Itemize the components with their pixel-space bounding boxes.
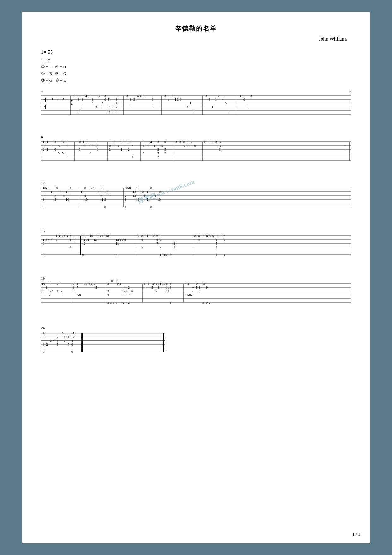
svg-text:9: 9 [206, 286, 208, 289]
svg-text:7: 7 [49, 293, 50, 297]
svg-text:3-7: 3-7 [50, 339, 54, 342]
svg-text:2: 2 [116, 102, 117, 105]
svg-text:0: 0 [150, 205, 152, 209]
svg-text:8: 8 [166, 282, 168, 285]
svg-text:3: 3 [79, 148, 81, 151]
svg-text:8: 8 [156, 238, 158, 241]
svg-text:11-10-8-7: 11-10-8-7 [160, 253, 172, 257]
svg-text:3: 3 [92, 98, 93, 101]
svg-text:10: 10 [166, 290, 169, 293]
svg-text:3: 3 [108, 109, 110, 113]
svg-text:8: 8 [220, 234, 221, 238]
svg-text:12: 12 [71, 335, 75, 339]
svg-text:5: 5 [78, 109, 79, 113]
svg-text:0-3: 0-3 [117, 282, 121, 285]
svg-text:3: 3 [104, 94, 106, 97]
svg-text:11: 11 [86, 238, 89, 241]
tab-row-2: 6 1 0 2 1 1 3 3 0 5 3 3 5 3 2 6 3 [41, 135, 351, 167]
measure-num-15: 15 [41, 229, 45, 233]
svg-text:3: 3 [250, 94, 252, 97]
svg-text:3: 3 [43, 335, 44, 339]
svg-text:3: 3 [62, 140, 64, 144]
svg-text:8: 8 [73, 286, 74, 289]
svg-text:8: 8 [84, 194, 86, 197]
svg-text:1: 1 [212, 105, 213, 109]
svg-text:3: 3 [219, 140, 221, 144]
svg-text:8: 8 [84, 186, 86, 190]
svg-text:11: 11 [116, 242, 119, 245]
svg-text:10: 10 [100, 186, 103, 190]
svg-text:2: 2 [187, 105, 188, 109]
svg-text:9: 9 [224, 253, 225, 257]
svg-text:8: 8 [57, 290, 58, 293]
svg-text:8: 8 [174, 246, 175, 249]
svg-text:0: 0 [192, 286, 194, 289]
svg-text:3: 3 [82, 98, 83, 101]
svg-point-14 [71, 103, 73, 105]
svg-text:2: 2 [128, 293, 130, 297]
svg-text:3: 3 [97, 140, 98, 144]
svg-text:11-10: 11-10 [158, 282, 165, 285]
svg-text:0: 0 [61, 293, 62, 297]
svg-text:10-8: 10-8 [151, 282, 157, 285]
svg-text:3-3-0-1: 3-3-0-1 [107, 301, 117, 304]
svg-text:3: 3 [58, 152, 60, 155]
measure-num-12: 12 [41, 181, 45, 185]
svg-text:3: 3 [90, 144, 91, 147]
svg-text:11: 11 [96, 190, 100, 194]
svg-text:6: 6 [64, 339, 66, 342]
svg-text:0: 0 [216, 253, 217, 257]
measure-num-1: 1 [41, 89, 43, 92]
svg-text:7: 7 [61, 290, 62, 293]
svg-text:0: 0 [152, 98, 153, 101]
svg-text:0: 0 [143, 144, 144, 147]
svg-text:3: 3 [107, 282, 109, 285]
svg-text:1: 1 [113, 140, 115, 144]
svg-text:3: 3 [179, 140, 181, 144]
svg-text:5: 5 [94, 144, 95, 147]
tempo-tuning: ♩= 55 1 = C ① = E ④ = D ② = B ⑤ = G ③ = … [41, 48, 351, 84]
svg-text:8: 8 [100, 194, 102, 197]
svg-text:3: 3 [219, 144, 221, 147]
svg-text:1: 1 [143, 140, 144, 144]
svg-text:1: 1 [211, 140, 213, 144]
svg-text:7: 7 [160, 246, 161, 249]
svg-text:7: 7 [109, 194, 110, 197]
svg-text:11: 11 [51, 190, 54, 194]
svg-text:2: 2 [116, 109, 117, 113]
svg-text:7: 7 [77, 286, 78, 289]
svg-text:10: 10 [157, 190, 161, 194]
svg-text:11: 11 [166, 286, 169, 289]
svg-text:5: 5 [216, 242, 217, 245]
svg-text:4-4-3-1: 4-4-3-1 [137, 94, 147, 97]
svg-text:8: 8 [174, 242, 175, 245]
svg-text:0: 0 [131, 290, 133, 293]
svg-text:0: 0 [130, 105, 131, 109]
svg-text:8: 8 [144, 194, 145, 197]
svg-text:5: 5 [224, 238, 225, 241]
svg-text:8: 8 [198, 234, 200, 238]
tab-row-6: 24 3 3 0 0 2 3-7 7 5 5 10 12 6 11 7 15 1… [41, 326, 351, 359]
svg-text:8-7: 8-7 [49, 290, 53, 293]
svg-text:11: 11 [82, 238, 85, 241]
svg-text:8: 8 [150, 186, 152, 190]
svg-text:7: 7 [125, 194, 126, 197]
svg-text:10: 10 [157, 198, 161, 201]
svg-text:10: 10 [84, 198, 88, 201]
svg-text:1: 1 [168, 98, 169, 101]
svg-text:6: 6 [66, 155, 67, 159]
svg-text:8: 8 [199, 286, 201, 289]
svg-text:3: 3 [66, 140, 67, 144]
svg-text:6: 6 [148, 282, 149, 285]
svg-text:8: 8 [194, 234, 196, 238]
svg-text:2: 2 [123, 301, 124, 304]
svg-text:8: 8 [216, 238, 217, 241]
svg-text:0: 0 [54, 148, 56, 151]
svg-text:6: 6 [156, 234, 158, 238]
sheet-music-page: 辛德勒的名单 John Williams ♩= 55 1 = C ① = E ④… [22, 12, 370, 543]
svg-text:·: · [78, 102, 79, 105]
svg-text:7: 7 [49, 282, 50, 285]
svg-text:6: 6 [170, 282, 171, 285]
svg-text:15: 15 [71, 331, 75, 335]
svg-text:0: 0 [109, 144, 111, 147]
